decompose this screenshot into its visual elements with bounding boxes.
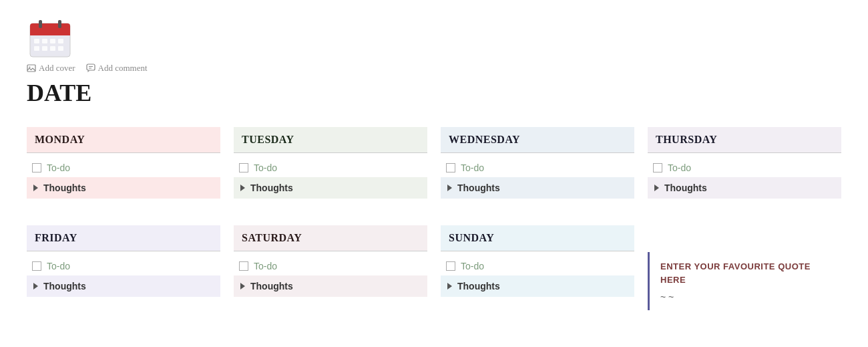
day-header-tuesday: TUESDAY <box>234 127 427 153</box>
svg-rect-5 <box>34 39 39 43</box>
add-cover-label: Add cover <box>39 63 75 74</box>
day-header-thursday: THURSDAY <box>648 127 841 153</box>
todo-checkbox-tuesday[interactable] <box>239 163 248 172</box>
expand-icon-monday <box>33 185 38 191</box>
week2-grid: FRIDAYTo-doThoughtsSATURDAYTo-doThoughts… <box>27 225 841 310</box>
expand-icon-thursday <box>654 185 659 191</box>
thoughts-label-sunday: Thoughts <box>457 281 500 292</box>
add-comment-button[interactable]: Add comment <box>86 63 148 74</box>
svg-point-14 <box>29 67 31 68</box>
page-title: DATE <box>27 79 841 107</box>
day-card-sunday: SUNDAYTo-doThoughts <box>441 225 634 310</box>
todo-text-thursday: To-do <box>668 162 691 173</box>
todo-text-wednesday: To-do <box>461 162 484 173</box>
day-header-saturday: SATURDAY <box>234 225 427 251</box>
thoughts-row-saturday[interactable]: Thoughts <box>234 275 427 297</box>
thoughts-row-thursday[interactable]: Thoughts <box>648 177 841 199</box>
todo-row-saturday: To-do <box>234 257 427 275</box>
day-card-saturday: SATURDAYTo-doThoughts <box>234 225 427 310</box>
image-icon <box>27 64 36 73</box>
svg-rect-3 <box>39 20 42 28</box>
thoughts-row-friday[interactable]: Thoughts <box>27 275 220 297</box>
thoughts-label-monday: Thoughts <box>43 183 86 193</box>
svg-rect-4 <box>58 20 61 28</box>
expand-icon-tuesday <box>240 185 245 191</box>
thoughts-label-tuesday: Thoughts <box>250 183 293 193</box>
thoughts-row-monday[interactable]: Thoughts <box>27 177 220 199</box>
thoughts-label-wednesday: Thoughts <box>457 183 500 193</box>
thoughts-label-saturday: Thoughts <box>250 281 293 292</box>
todo-row-sunday: To-do <box>441 257 634 275</box>
svg-rect-9 <box>34 46 39 51</box>
quote-title: ENTER YOUR FAVOURITE QUOTE HERE <box>660 260 831 286</box>
todo-checkbox-sunday[interactable] <box>446 261 455 271</box>
week1-grid: MONDAYTo-doThoughtsTUESDAYTo-doThoughtsW… <box>27 127 841 199</box>
todo-checkbox-monday[interactable] <box>32 163 41 172</box>
quote-section: ENTER YOUR FAVOURITE QUOTE HERE~ ~ <box>648 252 841 310</box>
expand-icon-sunday <box>447 283 452 290</box>
quote-column: ENTER YOUR FAVOURITE QUOTE HERE~ ~ <box>648 225 841 310</box>
svg-rect-11 <box>50 46 55 51</box>
todo-checkbox-saturday[interactable] <box>239 261 248 271</box>
expand-icon-wednesday <box>447 185 452 191</box>
thoughts-row-wednesday[interactable]: Thoughts <box>441 177 634 199</box>
todo-checkbox-thursday[interactable] <box>653 163 662 172</box>
toolbar: Add cover Add comment <box>27 63 841 74</box>
svg-rect-12 <box>58 46 63 51</box>
svg-rect-10 <box>42 46 47 51</box>
todo-row-wednesday: To-do <box>441 158 634 177</box>
day-header-sunday: SUNDAY <box>441 225 634 251</box>
todo-row-thursday: To-do <box>648 158 841 177</box>
expand-icon-friday <box>33 283 38 290</box>
day-card-thursday: THURSDAYTo-doThoughts <box>648 127 841 199</box>
todo-row-monday: To-do <box>27 158 220 177</box>
expand-icon-saturday <box>240 283 245 290</box>
day-header-friday: FRIDAY <box>27 225 220 251</box>
thoughts-row-tuesday[interactable]: Thoughts <box>234 177 427 199</box>
add-cover-button[interactable]: Add cover <box>27 63 75 74</box>
svg-rect-8 <box>58 39 63 43</box>
day-card-tuesday: TUESDAYTo-doThoughts <box>234 127 427 199</box>
svg-rect-13 <box>27 65 35 72</box>
quote-tilde: ~ ~ <box>660 292 831 302</box>
day-header-wednesday: WEDNESDAY <box>441 127 634 153</box>
todo-text-tuesday: To-do <box>254 162 277 173</box>
todo-text-monday: To-do <box>47 162 70 173</box>
day-header-monday: MONDAY <box>27 127 220 153</box>
thoughts-label-thursday: Thoughts <box>664 183 707 193</box>
thoughts-label-friday: Thoughts <box>43 281 86 292</box>
svg-rect-7 <box>50 39 55 43</box>
thoughts-row-sunday[interactable]: Thoughts <box>441 275 634 297</box>
add-comment-label: Add comment <box>98 63 148 74</box>
svg-rect-15 <box>87 64 95 70</box>
todo-text-saturday: To-do <box>254 261 277 271</box>
todo-checkbox-wednesday[interactable] <box>446 163 455 172</box>
svg-rect-2 <box>30 30 70 35</box>
day-card-wednesday: WEDNESDAYTo-doThoughts <box>441 127 634 199</box>
day-card-monday: MONDAYTo-doThoughts <box>27 127 220 199</box>
todo-text-friday: To-do <box>47 261 70 271</box>
svg-rect-6 <box>42 39 47 43</box>
todo-checkbox-friday[interactable] <box>32 261 41 271</box>
todo-text-sunday: To-do <box>461 261 484 271</box>
calendar-icon <box>27 13 841 63</box>
comment-icon <box>86 64 95 73</box>
todo-row-tuesday: To-do <box>234 158 427 177</box>
todo-row-friday: To-do <box>27 257 220 275</box>
day-card-friday: FRIDAYTo-doThoughts <box>27 225 220 310</box>
